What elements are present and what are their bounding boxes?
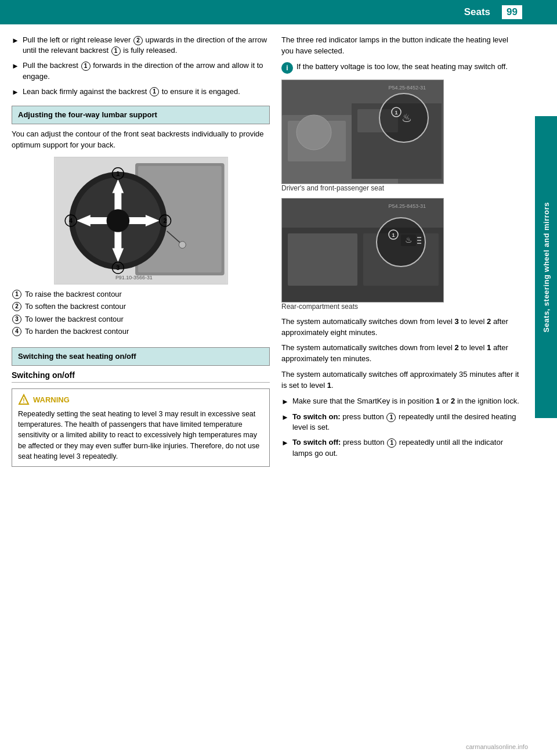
seat-image-2: 1 ♨ P54.25-8453-31: [281, 198, 444, 303]
image-container-2: 1 ♨ P54.25-8453-31 Rear-compartment seat…: [281, 198, 522, 311]
num-item-4: 4 To harden the backrest contour: [12, 326, 270, 337]
num-circle-3: 3: [12, 315, 21, 324]
info-note-text: If the battery voltage is too low, the s…: [296, 62, 508, 73]
section-box-switching: Switching the seat heating on/off: [12, 347, 270, 366]
side-tab-text: Seats, steering wheel and mirrors: [542, 202, 551, 333]
numbered-list: 1 To raise the backrest contour 2 To sof…: [12, 289, 270, 337]
svg-rect-40: [288, 233, 357, 286]
image-container-1: 1 ♨ P54.25-8452-31 Driver's and front-pa…: [281, 80, 522, 192]
svg-text:!: !: [23, 398, 24, 404]
right-bullet-arrow-1: ►: [281, 397, 289, 407]
bullet-item-2: ► Pull the backrest 1 forwards in the di…: [12, 60, 270, 81]
header-title: Seats: [464, 6, 490, 18]
section-box-switching-title: Switching the seat heating on/off: [18, 352, 136, 361]
auto-switch-text-3: The system automatically switches off ap…: [281, 369, 522, 391]
right-bullet-text-3: To switch off: press button 1 repeatedly…: [292, 437, 522, 458]
bullet-item-3: ► Lean back firmly against the backrest …: [12, 87, 270, 98]
svg-text:♨: ♨: [402, 111, 412, 124]
bullet-text-3: Lean back firmly against the backrest 1 …: [23, 87, 240, 98]
auto-switch-text-2: The system automatically switches down f…: [281, 343, 522, 365]
info-box: i If the battery voltage is too low, the…: [281, 62, 522, 74]
right-bullet-text-1: Make sure that the SmartKey is in positi…: [292, 396, 519, 407]
section-box-lumbar: Adjusting the four-way lumbar support: [12, 106, 270, 124]
num-text-1: To raise the backrest contour: [25, 289, 122, 300]
header-page-number: 99: [502, 5, 522, 19]
lumbar-svg-diagram: 1 2 3 4 P91.10-3566-31: [55, 157, 227, 284]
num-text-3: To lower the backrest contour: [25, 314, 124, 325]
auto-switch-text-1: The system automatically switches down f…: [281, 316, 522, 339]
seat-svg-2: 1 ♨ P54.25-8453-31: [282, 199, 444, 303]
svg-text:1: 1: [392, 232, 395, 238]
svg-text:♨: ♨: [405, 235, 413, 244]
seat-image-1: 1 ♨ P54.25-8452-31: [281, 80, 444, 184]
num-text-4: To harden the backrest contour: [25, 326, 129, 337]
right-column: The three red indicator lamps in the but…: [281, 35, 545, 750]
info-icon: i: [281, 62, 293, 74]
warning-body: Repeatedly setting the seat heating to l…: [18, 409, 263, 462]
right-bullet-3: ► To switch off: press button 1 repeated…: [281, 437, 522, 458]
svg-text:3: 3: [116, 264, 120, 271]
bottom-watermark: carmanualsonline.info: [466, 743, 528, 750]
num-circle-1: 1: [12, 290, 21, 299]
svg-rect-10: [88, 217, 108, 224]
num-item-3: 3 To lower the backrest contour: [12, 314, 270, 325]
svg-text:1: 1: [395, 110, 397, 116]
num-item-2: 2 To soften the backrest contour: [12, 301, 270, 312]
right-bullet-2: ► To switch on: press button 1 repeatedl…: [281, 412, 522, 433]
num-circle-2: 2: [12, 302, 21, 311]
lumbar-diagram: 1 2 3 4 P91.10-3566-31: [54, 157, 228, 285]
num-circle-4: 4: [12, 327, 21, 336]
right-bullet-text-2: To switch on: press button 1 repeatedly …: [292, 412, 522, 433]
lumbar-description: You can adjust the contour of the front …: [12, 129, 270, 151]
warning-triangle-icon: !: [18, 394, 30, 405]
section-box-lumbar-title: Adjusting the four-way lumbar support: [18, 110, 157, 119]
circle-num-switch-off: 1: [387, 438, 396, 448]
switch-on-off-heading: Switching on/off: [12, 370, 270, 383]
bullet-text-2: Pull the backrest 1 forwards in the dire…: [23, 60, 270, 81]
num-item-1: 1 To raise the backrest contour: [12, 289, 270, 300]
bullet-arrow-1: ►: [12, 35, 19, 56]
seat-svg-1: 1 ♨ P54.25-8452-31: [282, 80, 444, 184]
bullet-item-1: ► Pull the left or right release lever 2…: [12, 35, 270, 56]
svg-rect-8: [114, 231, 121, 251]
bullet-arrow-3: ►: [12, 87, 19, 98]
switch-heading-text: Switching on/off: [12, 370, 75, 380]
svg-text:P54.25-8453-31: P54.25-8453-31: [388, 203, 426, 209]
svg-point-13: [106, 209, 129, 232]
image-caption-1: Driver's and front-passenger seat: [281, 184, 522, 192]
bullet-arrow-2: ►: [12, 61, 19, 81]
warning-label: WARNING: [33, 395, 70, 404]
side-tab: Seats, steering wheel and mirrors: [535, 116, 557, 418]
circle-num-1c: 1: [150, 87, 159, 96]
image-caption-2: Rear-compartment seats: [281, 303, 522, 311]
svg-point-31: [296, 115, 331, 150]
intro-text: The three red indicator lamps in the but…: [281, 35, 522, 57]
circle-num-1b: 1: [81, 62, 91, 71]
num-text-2: To soften the backrest contour: [25, 301, 126, 312]
svg-point-23: [179, 241, 186, 248]
circle-num-1a: 1: [111, 46, 121, 56]
svg-text:4: 4: [69, 217, 73, 224]
right-bullet-arrow-3: ►: [281, 438, 289, 458]
svg-text:P91.10-3566-31: P91.10-3566-31: [115, 275, 152, 280]
warning-box: ! WARNING Repeatedly setting the seat he…: [12, 388, 270, 467]
svg-text:2: 2: [163, 217, 167, 224]
svg-text:1: 1: [116, 170, 120, 177]
right-bullet-arrow-2: ►: [281, 412, 289, 433]
bullet-text-1: Pull the left or right release lever 2 u…: [23, 35, 270, 56]
circle-num-2: 2: [133, 36, 143, 45]
main-content: ► Pull the left or right release lever 2…: [0, 24, 557, 756]
warning-title: ! WARNING: [18, 394, 263, 405]
circle-num-switch-on: 1: [386, 413, 396, 422]
svg-text:P54.25-8452-31: P54.25-8452-31: [388, 85, 426, 91]
right-bullet-1: ► Make sure that the SmartKey is in posi…: [281, 396, 522, 407]
svg-rect-6: [114, 190, 121, 211]
header-bar: Seats 99: [0, 0, 557, 24]
left-column: ► Pull the left or right release lever 2…: [12, 35, 270, 750]
